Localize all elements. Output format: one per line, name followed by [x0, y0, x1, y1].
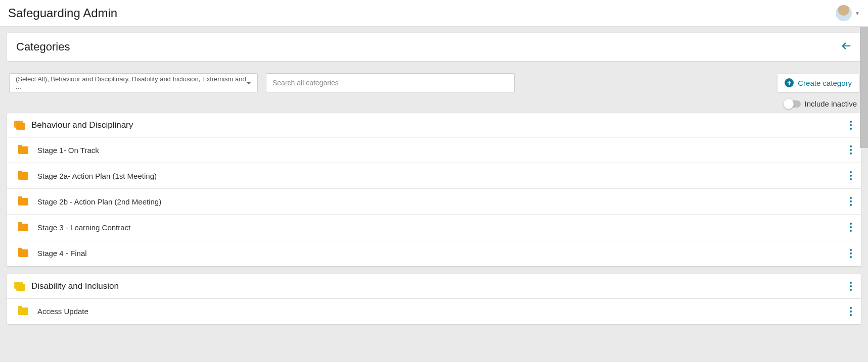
folder-icon: [18, 224, 28, 231]
panel-header: Categories: [7, 33, 861, 61]
page-title: Safeguarding Admin: [8, 6, 117, 20]
subcategory-title: Stage 3 - Learning Contract: [37, 223, 848, 232]
category-block: Behaviour and DisciplinaryStage 1- On Tr…: [7, 113, 861, 266]
chevron-down-icon: [246, 82, 251, 84]
search-input[interactable]: [266, 73, 515, 92]
include-inactive-row: Include inactive: [7, 99, 857, 108]
include-inactive-toggle[interactable]: [785, 100, 801, 108]
toggle-knob: [784, 99, 794, 109]
kebab-menu-icon[interactable]: [848, 142, 854, 158]
subcategory-title: Stage 4 - Final: [37, 249, 848, 257]
top-bar: Safeguarding Admin ▼: [0, 0, 868, 27]
category-filter-dropdown[interactable]: (Select All), Behaviour and Disciplinary…: [9, 73, 258, 92]
create-category-label: Create category: [798, 79, 852, 87]
kebab-menu-icon[interactable]: [848, 220, 854, 235]
dropdown-selected-text: (Select All), Behaviour and Disciplinary…: [16, 75, 246, 90]
subcategory-row[interactable]: Stage 1- On Track: [7, 137, 861, 163]
folder-icon: [18, 249, 28, 257]
include-inactive-label: Include inactive: [805, 99, 857, 108]
chevron-down-icon: ▼: [855, 11, 860, 16]
scrollbar[interactable]: [860, 27, 868, 148]
category-title: Behaviour and Disciplinary: [31, 120, 848, 130]
folder-stack-icon: [14, 282, 25, 291]
folder-stack-icon: [14, 121, 25, 130]
kebab-menu-icon[interactable]: [848, 246, 854, 261]
subcategory-row[interactable]: Access Update: [7, 298, 861, 324]
folder-icon: [18, 146, 28, 154]
category-title: Disability and Inclusion: [31, 281, 848, 291]
create-category-button[interactable]: + Create category: [778, 74, 859, 92]
back-arrow-icon[interactable]: [841, 40, 852, 54]
avatar: [836, 5, 852, 21]
panel-title: Categories: [16, 40, 70, 54]
filter-row: (Select All), Behaviour and Disciplinary…: [9, 73, 859, 92]
kebab-menu-icon[interactable]: [848, 304, 854, 319]
subcategory-row[interactable]: Stage 3 - Learning Contract: [7, 215, 861, 240]
category-header[interactable]: Behaviour and Disciplinary: [7, 113, 861, 137]
category-block: Disability and InclusionAccess Update: [7, 274, 861, 324]
kebab-menu-icon[interactable]: [848, 118, 854, 133]
user-menu[interactable]: ▼: [836, 5, 860, 21]
kebab-menu-icon[interactable]: [848, 279, 854, 294]
folder-icon: [18, 198, 28, 205]
subcategory-row[interactable]: Stage 4 - Final: [7, 240, 861, 266]
subcategory-title: Stage 2b - Action Plan (2nd Meeting): [37, 197, 848, 206]
subcategory-row[interactable]: Stage 2a- Action Plan (1st Meeting): [7, 163, 861, 189]
subcategory-title: Stage 2a- Action Plan (1st Meeting): [37, 172, 848, 180]
subcategory-title: Access Update: [37, 307, 848, 316]
plus-circle-icon: +: [785, 78, 794, 87]
folder-icon: [18, 172, 28, 180]
subcategory-title: Stage 1- On Track: [37, 146, 848, 154]
subcategory-row[interactable]: Stage 2b - Action Plan (2nd Meeting): [7, 189, 861, 215]
category-header[interactable]: Disability and Inclusion: [7, 274, 861, 298]
kebab-menu-icon[interactable]: [848, 168, 854, 183]
content-area: Categories (Select All), Behaviour and D…: [0, 27, 868, 362]
folder-icon: [18, 307, 28, 315]
kebab-menu-icon[interactable]: [848, 194, 854, 209]
